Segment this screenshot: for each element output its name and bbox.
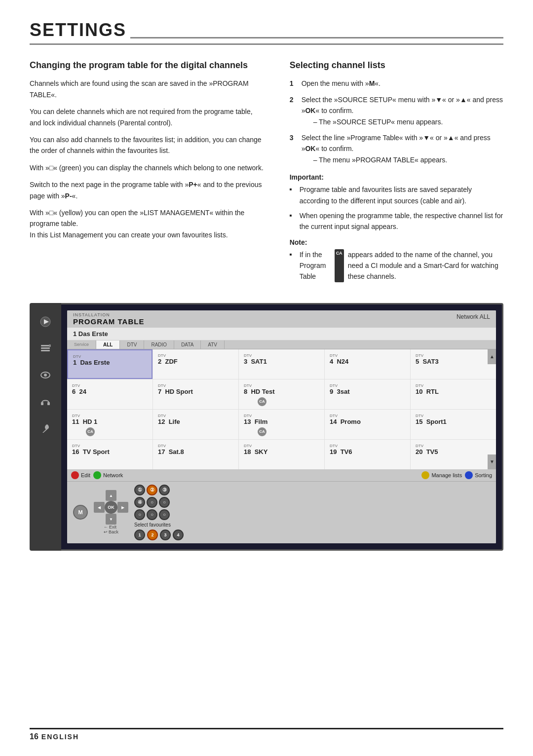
sidebar-icon-headphone <box>37 393 54 411</box>
num-btn-2[interactable]: ② <box>147 485 157 495</box>
svg-rect-9 <box>47 402 50 405</box>
right-section-title: Selecting channel lists <box>290 60 503 71</box>
channel-cell-9[interactable]: DTV 9 3sat <box>325 379 410 409</box>
channel-num-name-14: 14 Promo <box>330 418 405 425</box>
dpad[interactable]: ▲ ▼ ◀ ▶ OK <box>94 490 128 525</box>
num-btn-3[interactable]: ③ <box>159 485 170 495</box>
dpad-left[interactable]: ◀ <box>94 502 105 513</box>
num-btn-9[interactable]: ○ <box>159 509 170 520</box>
tab-dtv[interactable]: DTV <box>120 340 144 349</box>
m-key-label: M <box>78 509 82 515</box>
channel-type-19: DTV <box>330 444 405 448</box>
ca-badge-13: CA <box>258 427 266 436</box>
num-btn-1[interactable]: ① <box>134 485 145 495</box>
channel-cell-1[interactable]: DTV 1 Das Erste <box>67 349 152 379</box>
channel-cell-17[interactable]: DTV 17 Sat.8 <box>153 440 238 469</box>
fav-nums-row: 1 2 3 4 <box>134 529 184 540</box>
num-btn-5[interactable]: ○ <box>147 497 157 508</box>
channel-cell-2[interactable]: DTV 2 ZDF <box>153 349 238 379</box>
fav-num-1[interactable]: 1 <box>134 529 145 540</box>
important-bullets: Programe table and favourites lists are … <box>290 184 503 232</box>
num-btn-7[interactable]: ○ <box>134 509 145 520</box>
channel-cell-8[interactable]: DTV 8 HD Test CA <box>239 379 324 409</box>
important-bullet-1: Programe table and favourites lists are … <box>290 184 503 206</box>
btn-edit-label: Edit <box>81 472 90 478</box>
left-section-title: Changing the program table for the digit… <box>30 60 265 71</box>
channel-cell-12[interactable]: DTV 12 Life <box>153 410 238 439</box>
channel-cell-10[interactable]: DTV 10 RTL <box>411 379 496 409</box>
num-btn-8[interactable]: ○ <box>147 509 157 520</box>
tab-radio[interactable]: RADIO <box>144 340 174 349</box>
ca-badge-8: CA <box>258 397 266 406</box>
sidebar-icon-eye <box>37 366 54 384</box>
channel-cell-5[interactable]: DTV 5 SAT3 ▲ <box>411 349 496 379</box>
channel-cell-19[interactable]: DTV 19 TV6 <box>325 440 410 469</box>
dpad-down[interactable]: ▼ <box>106 514 116 525</box>
channel-num-name-4: 4 N24 <box>330 358 405 365</box>
important-bullet-2: When opening the programme table, the re… <box>290 210 503 232</box>
channel-type-18: DTV <box>244 444 319 448</box>
channel-type-10: DTV <box>416 383 491 388</box>
selected-channel-bar: 1 Das Erste <box>67 328 496 340</box>
page: SETTINGS Changing the program table for … <box>0 0 533 756</box>
channel-type-16: DTV <box>72 444 148 448</box>
btn-sorting[interactable]: Sorting <box>465 471 492 479</box>
channel-type-4: DTV <box>330 353 405 358</box>
channel-type-7: DTV <box>158 383 233 388</box>
num-btn-6[interactable]: ○ <box>159 497 170 508</box>
channel-cell-20[interactable]: DTV 20 TV5 ▼ <box>411 440 496 469</box>
channel-type-13: DTV <box>244 414 319 418</box>
tab-all[interactable]: ALL <box>96 340 120 349</box>
channel-cell-16[interactable]: DTV 16 TV Sport <box>67 440 152 469</box>
channel-cell-3[interactable]: DTV 3 SAT1 <box>239 349 324 379</box>
network-all-label: Network ALL <box>457 313 490 320</box>
channel-num-name-1: 1 Das Erste <box>73 359 147 366</box>
btn-yellow-circle <box>421 471 429 479</box>
scroll-down-arrow[interactable]: ▼ <box>488 454 496 469</box>
dpad-up[interactable]: ▲ <box>106 490 116 501</box>
ok-button[interactable]: OK <box>105 501 117 514</box>
channel-cell-18[interactable]: DTV 18 SKY <box>239 440 324 469</box>
channel-cell-11[interactable]: DTV 11 HD 1 CA <box>67 410 152 439</box>
channel-cell-15[interactable]: DTV 15 Sport1 <box>411 410 496 439</box>
channel-num-name-5: 5 SAT3 <box>416 358 491 365</box>
dpad-right[interactable]: ▶ <box>117 502 128 513</box>
exit-back-labels: ← Exit ↩ Back <box>104 525 118 534</box>
number-pad-section: ① ② ③ ④ ○ ○ ○ ○ ○ Select favourites <box>134 485 184 540</box>
channel-num-name-10: 10 RTL <box>416 388 491 395</box>
channel-type-14: DTV <box>330 414 405 418</box>
num-btn-4[interactable]: ④ <box>134 497 145 508</box>
para-1: Channels which are found using the scan … <box>30 78 265 100</box>
title-underline <box>130 37 503 38</box>
step-3: 3 Select the line »Programe Table« with … <box>290 132 503 165</box>
step-text-1: Open the menu with »M«. <box>302 78 381 89</box>
scroll-up-arrow[interactable]: ▲ <box>488 349 496 364</box>
channel-cell-7[interactable]: DTV 7 HD Sport <box>153 379 238 409</box>
screen-mockup: INSTALLATION PROGRAM TABLE Network ALL 1… <box>30 303 503 551</box>
m-button[interactable]: M <box>73 505 88 520</box>
tab-atv[interactable]: ATV <box>201 340 225 349</box>
btn-red-circle <box>71 471 79 479</box>
btn-edit[interactable]: Edit <box>71 471 90 479</box>
step-num-2: 2 <box>290 94 298 127</box>
btn-manage-label: Manage lists <box>431 472 462 478</box>
tab-data[interactable]: DATA <box>174 340 201 349</box>
btn-network[interactable]: Network <box>93 471 123 479</box>
footer-number: 16 <box>30 732 38 741</box>
channel-num-name-11: 11 HD 1 <box>72 418 148 425</box>
channel-cell-14[interactable]: DTV 14 Promo <box>325 410 410 439</box>
channel-cell-13[interactable]: DTV 13 Film CA <box>239 410 324 439</box>
sidebar-icon-wrench <box>37 419 54 437</box>
installation-label: INSTALLATION <box>73 312 144 317</box>
tab-service[interactable]: Service <box>67 340 96 349</box>
btn-manage-lists[interactable]: Manage lists <box>421 471 462 479</box>
channel-cell-6[interactable]: DTV 6 24 <box>67 379 152 409</box>
channel-num-name-18: 18 SKY <box>244 448 319 455</box>
fav-num-2[interactable]: 2 <box>147 529 158 540</box>
channel-cell-4[interactable]: DTV 4 N24 <box>325 349 410 379</box>
channel-type-3: DTV <box>244 353 319 358</box>
svg-rect-4 <box>41 350 50 351</box>
channel-type-11: DTV <box>72 414 148 418</box>
fav-num-3[interactable]: 3 <box>160 529 171 540</box>
fav-num-4[interactable]: 4 <box>173 529 184 540</box>
